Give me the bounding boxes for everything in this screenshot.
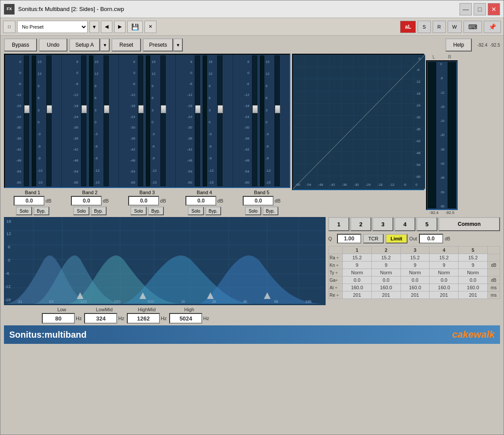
band-tab-3[interactable]: 3 [372,217,393,231]
al-btn[interactable]: aL [400,21,416,33]
re-5[interactable]: 201 [459,291,488,299]
r-btn[interactable]: R [433,21,446,33]
band-3-fader[interactable] [137,55,145,186]
band-1-fader2[interactable] [45,55,53,186]
ga-5[interactable]: 0.0 [459,276,488,284]
band-3-thumb2[interactable] [161,105,166,113]
next-preset-btn[interactable]: ▶ [114,21,126,33]
ga-3[interactable]: 0.0 [400,276,430,284]
band-5-thumb2[interactable] [275,105,280,113]
ra-3[interactable]: 15.2 [400,254,430,262]
s-btn[interactable]: S [418,21,430,33]
band-4-thumb2[interactable] [218,105,223,113]
presets-dropdown-arrow[interactable]: ▼ [173,38,183,52]
save-preset-btn[interactable]: 💾 [127,21,143,33]
band-4-solo-btn[interactable]: Solo [188,206,204,215]
band-4-byp-btn[interactable]: Byp. [205,206,221,215]
band-5-fader[interactable] [251,55,259,186]
ty-1[interactable]: Norm [343,269,372,276]
band-2-track2[interactable] [104,55,109,186]
re-4[interactable]: 201 [430,291,459,299]
common-tab[interactable]: Common [438,217,500,231]
band-2-thumb2[interactable] [104,105,109,113]
ga-4[interactable]: 0.0 [430,276,459,284]
band-2-thumb[interactable] [82,105,87,113]
bypass-btn[interactable]: Bypass [4,38,37,52]
band-tab-5[interactable]: 5 [416,217,437,231]
dropdown-arrow-btn[interactable]: ▼ [89,21,99,33]
ga-2[interactable]: 0.0 [371,276,400,284]
at-1[interactable]: 160.0 [343,284,372,291]
re-1[interactable]: 201 [343,291,372,299]
at-3[interactable]: 160.0 [400,284,430,291]
re-2[interactable]: 201 [371,291,400,299]
w-btn[interactable]: W [448,21,462,33]
tcr-btn[interactable]: TCR [363,234,384,243]
re-3[interactable]: 201 [400,291,430,299]
band-5-db-box[interactable]: 0.0 [243,196,274,206]
band-3-solo-btn[interactable]: Solo [130,206,146,215]
band-4-fader[interactable] [193,55,201,186]
reset-btn[interactable]: Reset [111,38,141,52]
freq-high-box[interactable]: 5024 [169,313,202,324]
toolbar-close-btn[interactable]: ✕ [145,21,156,33]
band-1-fader[interactable] [22,55,30,186]
band-2-db-box[interactable]: 0.0 [71,196,102,206]
band-5-solo-btn[interactable]: Solo [245,206,261,215]
kn-4[interactable]: 9 [430,262,459,269]
band-5-track2[interactable] [274,55,280,186]
band-tab-2[interactable]: 2 [350,217,371,231]
band-2-solo-btn[interactable]: Solo [73,206,89,215]
band-5-fader2[interactable] [273,55,281,186]
limit-btn[interactable]: Limit [385,234,408,243]
band-2-fader[interactable] [80,55,88,186]
at-2[interactable]: 160.0 [371,284,400,291]
ra-4[interactable]: 15.2 [430,254,459,262]
band-3-byp-btn[interactable]: Byp. [148,206,164,215]
ty-5[interactable]: Norm [459,269,488,276]
at-4[interactable]: 160.0 [430,284,459,291]
band-4-track2[interactable] [217,55,222,186]
kn-5[interactable]: 9 [459,262,488,269]
band-4-thumb[interactable] [195,105,200,113]
band-3-fader2[interactable] [159,55,167,186]
band-1-track2[interactable] [46,55,52,186]
out-value-box[interactable]: 0.0 [419,234,443,243]
panel-toggle-btn[interactable]: □ [3,21,15,33]
ty-4[interactable]: Norm [430,269,459,276]
keyboard-btn[interactable]: ⌨ [463,21,482,33]
ra-2[interactable]: 15.2 [371,254,400,262]
band-3-track[interactable] [138,55,143,186]
prev-preset-btn[interactable]: ◀ [101,21,112,33]
ga-1[interactable]: 0.0 [343,276,372,284]
band-2-track[interactable] [81,55,86,186]
preset-dropdown[interactable]: No Preset [17,21,88,33]
pin-btn[interactable]: 📌 [484,21,501,33]
q-value-box[interactable]: 1.00 [337,234,361,243]
kn-3[interactable]: 9 [400,262,430,269]
band-3-db-box[interactable]: 0.0 [128,196,159,206]
band-1-solo-btn[interactable]: Solo [16,206,32,215]
ra-5[interactable]: 15.2 [459,254,488,262]
ra-1[interactable]: 15.2 [343,254,372,262]
band-tab-1[interactable]: 1 [328,217,349,231]
band-1-track[interactable] [24,55,29,186]
band-1-thumb2[interactable] [47,105,52,113]
band-2-fader2[interactable] [102,55,110,186]
kn-1[interactable]: 9 [343,262,372,269]
ty-3[interactable]: Norm [400,269,430,276]
at-5[interactable]: 160.0 [459,284,488,291]
band-4-track[interactable] [195,55,200,186]
setup-dropdown-arrow[interactable]: ▼ [100,38,110,52]
band-1-byp-btn[interactable]: Byp. [33,206,49,215]
setup-a-btn[interactable]: Setup A [69,38,100,52]
band-5-byp-btn[interactable]: Byp. [263,206,278,215]
undo-btn[interactable]: Undo [39,38,67,52]
band-tab-4[interactable]: 4 [394,217,415,231]
help-btn[interactable]: Help [445,38,472,52]
band-1-thumb[interactable] [24,105,30,113]
ty-2[interactable]: Norm [371,269,400,276]
band-3-track2[interactable] [160,55,166,186]
band-4-fader2[interactable] [216,55,224,186]
band-2-byp-btn[interactable]: Byp. [91,206,107,215]
